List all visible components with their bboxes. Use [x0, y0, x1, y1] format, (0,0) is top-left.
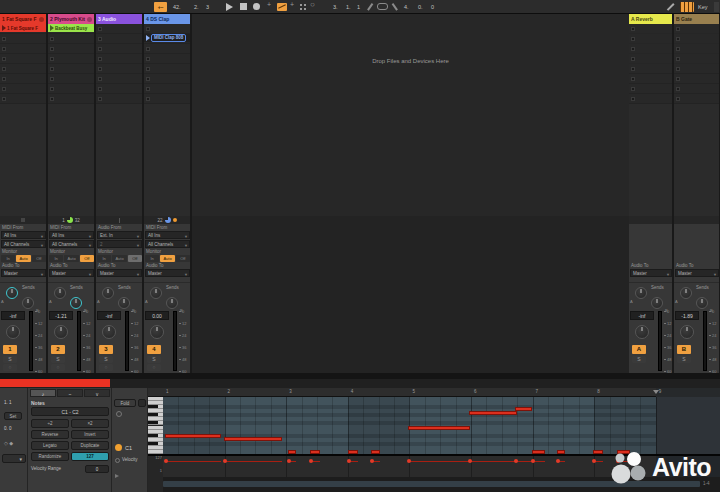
preview-headphone-icon[interactable]	[116, 411, 122, 417]
monitor-off-button[interactable]: Off	[176, 255, 190, 262]
reenable-automation-button[interactable]: +	[290, 1, 294, 8]
clip-stop-button[interactable]	[146, 87, 150, 91]
clip-slot[interactable]	[96, 34, 142, 44]
clip-play-icon[interactable]	[2, 25, 6, 31]
loop-length-field[interactable]: 0. 0	[4, 426, 12, 432]
monitor-in-button[interactable]: In	[1, 255, 15, 262]
pan-knob[interactable]	[150, 325, 164, 339]
track-activator-button[interactable]: A	[632, 345, 646, 354]
input-type-dropdown[interactable]: All Ins▼	[145, 231, 190, 239]
monitor-in-button[interactable]: In	[145, 255, 159, 262]
velocity-range-field[interactable]: 0	[85, 465, 109, 473]
arm-button[interactable]: ○	[147, 364, 161, 371]
pitch-range-display[interactable]: C1 - C2	[31, 407, 109, 416]
track-header-4[interactable]: 4 DS Clap	[144, 14, 190, 24]
clip-slot[interactable]	[48, 74, 94, 84]
clip-stop-button[interactable]	[676, 87, 680, 91]
clip-slot[interactable]	[144, 54, 190, 64]
track-menu-icon[interactable]	[39, 17, 44, 22]
loop-position-field[interactable]: 1. 1	[4, 400, 12, 406]
loop-switch-icon[interactable]	[377, 3, 388, 10]
send-b-knob[interactable]	[651, 297, 663, 309]
clip-slot[interactable]	[48, 84, 94, 94]
overdub-button[interactable]: +	[267, 1, 271, 8]
track-header-1[interactable]: 1 Fat Square F	[0, 14, 46, 24]
tap-tempo-button[interactable]: +‒	[154, 2, 167, 12]
track-header-B[interactable]: B Gate	[674, 14, 719, 24]
volume-display[interactable]: -inf	[1, 311, 25, 320]
session-empty-area[interactable]: Drop Files and Devices Here	[192, 14, 629, 216]
clip-stop-button[interactable]	[2, 97, 6, 101]
velocity-line[interactable]	[165, 461, 221, 463]
send-a-knob[interactable]	[635, 287, 647, 299]
solo-button[interactable]: S	[632, 356, 646, 363]
pan-knob[interactable]	[680, 325, 694, 339]
track-header-2[interactable]: 2 Plymouth Kit	[48, 14, 94, 24]
clip-stop-button[interactable]	[146, 57, 150, 61]
clip-color-title-bar[interactable]	[0, 379, 110, 387]
clip-stop-button[interactable]	[98, 57, 102, 61]
clip-stop-button[interactable]	[2, 47, 6, 51]
clip-slot[interactable]	[96, 94, 142, 104]
clip-quantization-dropdown[interactable]: ▼	[2, 454, 26, 463]
clip-stop-button[interactable]	[631, 77, 635, 81]
duplicate-button[interactable]: Duplicate	[71, 441, 109, 450]
output-dropdown[interactable]: Master▼	[1, 269, 46, 277]
clip-slot[interactable]	[0, 54, 46, 64]
clip-stop-button[interactable]	[98, 67, 102, 71]
clip-stop-button[interactable]	[676, 77, 680, 81]
solo-button[interactable]: S	[3, 356, 17, 363]
clip-slot[interactable]	[144, 94, 190, 104]
velocity-line[interactable]	[469, 461, 517, 463]
monitor-auto-button[interactable]: Auto	[112, 255, 126, 262]
clip-slot[interactable]	[48, 34, 94, 44]
loop-end-marker[interactable]	[653, 390, 659, 394]
send-b-knob[interactable]	[166, 297, 178, 309]
track-activator-button[interactable]: 2	[51, 345, 65, 354]
loop-length-beats[interactable]: 0.	[418, 4, 423, 10]
clip-slot[interactable]	[48, 64, 94, 74]
arm-button[interactable]: ○	[51, 364, 65, 371]
loop-set-button[interactable]: Set	[4, 412, 22, 420]
monitor-auto-button[interactable]: Auto	[64, 255, 78, 262]
clip-slot[interactable]	[48, 44, 94, 54]
randomize-button[interactable]: Randomize	[31, 452, 69, 461]
clip-midi-clap-808[interactable]: MIDI Clap 808	[144, 34, 190, 42]
monitor-in-button[interactable]: In	[97, 255, 111, 262]
loop-length-sixteenths[interactable]: 0	[431, 4, 434, 10]
send-a-knob[interactable]	[150, 287, 162, 299]
time-sig-numerator[interactable]: 2.	[194, 4, 199, 10]
clip-slot[interactable]	[96, 24, 142, 34]
piano-keys-column[interactable]: 1271	[148, 388, 163, 492]
send-a-knob[interactable]	[102, 287, 114, 299]
half-time-button[interactable]: ÷2	[31, 419, 69, 428]
reverse-button[interactable]: Reverse	[31, 430, 69, 439]
session-record-button[interactable]: ○	[310, 0, 315, 9]
clip-slot[interactable]	[0, 74, 46, 84]
randomize-amount-field[interactable]: 127	[71, 452, 109, 461]
pan-knob[interactable]	[6, 325, 20, 339]
clip-slot[interactable]: 1 Fat Square F	[0, 24, 46, 34]
punch-out-icon[interactable]	[392, 3, 398, 10]
clip-slot[interactable]	[674, 74, 719, 84]
arm-button[interactable]: ○	[3, 364, 17, 371]
clip-slot[interactable]	[629, 64, 672, 74]
clip-stop-button[interactable]	[98, 77, 102, 81]
arrangement-position-sixteenths[interactable]: 1	[357, 4, 360, 10]
clip-stop-button[interactable]	[146, 47, 150, 51]
output-dropdown[interactable]: Master▼	[675, 269, 719, 277]
clip-signature-icons[interactable]: ◇ ◆	[4, 440, 13, 446]
clip-stop-button[interactable]	[50, 37, 54, 41]
send-b-knob[interactable]	[118, 297, 130, 309]
solo-button[interactable]: S	[147, 356, 161, 363]
volume-display[interactable]: -inf	[97, 311, 121, 320]
record-button[interactable]	[253, 3, 260, 10]
clip-slot[interactable]	[0, 94, 46, 104]
pan-knob[interactable]	[635, 325, 649, 339]
input-type-dropdown[interactable]: All Ins▼	[49, 231, 94, 239]
clip-stop-button[interactable]	[2, 87, 6, 91]
clip-slot[interactable]	[629, 84, 672, 94]
input-channel-dropdown[interactable]: 2▼	[97, 240, 142, 248]
tab-expression[interactable]: ∨	[84, 389, 110, 397]
tab-envelopes[interactable]: ~	[57, 389, 83, 397]
